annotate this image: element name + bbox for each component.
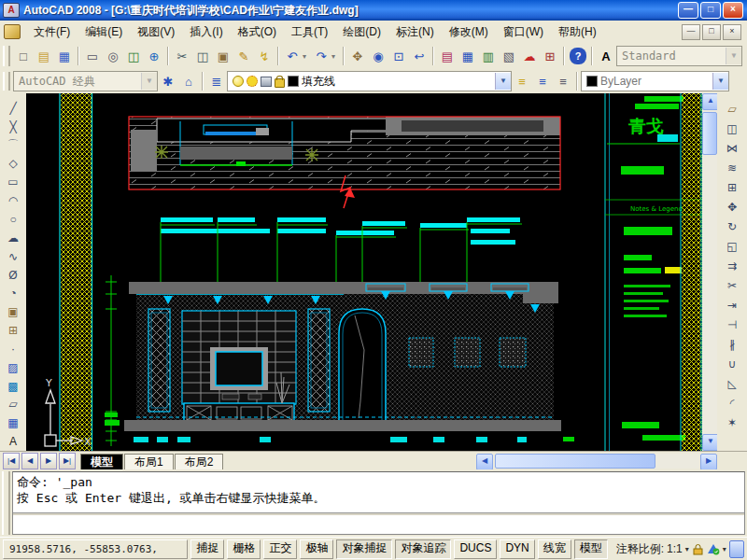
scale-icon[interactable]: ◱	[722, 236, 742, 256]
workspace-settings-icon[interactable]: ✱	[158, 71, 178, 91]
multiline-text-icon[interactable]: A	[3, 432, 23, 451]
menu-tools[interactable]: 工具(T)	[284, 21, 335, 43]
my-workspace-icon[interactable]: ⌂	[178, 71, 199, 91]
zoom-window-icon[interactable]: ⊡	[388, 46, 409, 66]
annotation-scale[interactable]: 注释比例: 1:1 ▾ ▾	[616, 541, 726, 557]
undo-icon[interactable]: ↶	[282, 46, 303, 66]
open-icon[interactable]: ▤	[34, 46, 54, 66]
toggle-lineweight[interactable]: 线宽	[538, 539, 571, 559]
menu-dimension[interactable]: 标注(N)	[388, 21, 442, 43]
vscroll-thumb[interactable]	[702, 112, 717, 155]
layer-properties-manager-icon[interactable]: ≣	[206, 71, 227, 91]
make-object-layer-current-icon[interactable]: ≡	[512, 71, 532, 91]
chevron-down-icon[interactable]: ▼	[712, 73, 728, 90]
match-properties-icon[interactable]: ✎	[233, 46, 254, 66]
designcenter-icon[interactable]: ▦	[458, 46, 478, 66]
point-icon[interactable]: ·	[3, 340, 23, 358]
tab-prev-button[interactable]: ◀	[21, 453, 38, 469]
qnew-icon[interactable]: □	[13, 46, 34, 66]
erase-icon[interactable]: ▱	[722, 99, 742, 119]
layer-previous-icon[interactable]: ≡	[532, 71, 553, 91]
text-style-icon[interactable]: A	[596, 46, 616, 66]
toggle-snap[interactable]: 捕捉	[190, 539, 224, 559]
layer-lock-icon[interactable]	[275, 78, 285, 88]
layer-states-icon[interactable]: ≡	[553, 71, 573, 91]
tab-布局1[interactable]: 布局1	[124, 454, 174, 470]
gradient-icon[interactable]: ▩	[3, 377, 23, 396]
drawing-canvas[interactable]: 青戈 Notes & Legend	[26, 93, 702, 451]
arc-icon[interactable]: ◠	[3, 191, 23, 210]
move-icon[interactable]: ✥	[722, 197, 742, 217]
copy-clip-icon[interactable]: ◫	[192, 46, 213, 66]
layer-combo[interactable]: 填充线 ▼	[227, 71, 512, 91]
command-window-grip[interactable]	[2, 471, 10, 535]
chevron-down-icon[interactable]: ▾	[685, 545, 689, 553]
mirror-icon[interactable]: ⋈	[722, 138, 742, 158]
chevron-down-icon[interactable]: ▾	[723, 545, 726, 553]
copy-icon[interactable]: ◫	[722, 119, 742, 138]
layer-on-icon[interactable]	[233, 76, 244, 87]
doc-minimize-button[interactable]: —	[682, 24, 700, 40]
table-icon[interactable]: ▦	[3, 413, 23, 432]
command-text-area[interactable]: 命令: '_pan按 Esc 或 Enter 键退出, 或单击右键显示快捷菜单。	[12, 471, 745, 535]
properties-palette-icon[interactable]: ▤	[437, 46, 458, 66]
toggle-otrack[interactable]: 对象追踪	[395, 539, 451, 559]
break-at-point-icon[interactable]: ⊣	[722, 315, 742, 334]
offset-icon[interactable]: ≋	[722, 158, 742, 177]
doc-restore-button[interactable]: □	[702, 24, 721, 40]
line-icon[interactable]: ╱	[3, 99, 23, 118]
chevron-down-icon[interactable]: ▼	[141, 73, 157, 90]
tab-next-button[interactable]: ▶	[40, 453, 57, 469]
polygon-icon[interactable]: ◇	[3, 155, 23, 174]
cut-icon[interactable]: ✂	[172, 46, 192, 66]
redo-dropdown-icon[interactable]: ▾	[331, 52, 340, 61]
toggle-ortho[interactable]: 正交	[263, 539, 297, 559]
menu-file[interactable]: 文件(F)	[26, 21, 78, 43]
color-combo[interactable]: ByLayer ▼	[581, 71, 729, 91]
rectangle-icon[interactable]: ▭	[3, 173, 23, 191]
tab-布局2[interactable]: 布局2	[175, 454, 224, 470]
tab-模型[interactable]: 模型	[80, 454, 123, 470]
scroll-right-icon[interactable]: ▶	[700, 454, 717, 470]
menu-edit[interactable]: 编辑(E)	[78, 21, 130, 43]
annotation-scale-value[interactable]: 1:1	[667, 542, 683, 555]
menu-draw[interactable]: 绘图(D)	[335, 21, 388, 43]
explode-icon[interactable]: ✶	[722, 413, 742, 432]
hscroll-thumb[interactable]	[495, 454, 655, 469]
tab-last-button[interactable]: ▶|	[59, 453, 76, 469]
paste-icon[interactable]: ▣	[213, 46, 233, 66]
construction-line-icon[interactable]: ╳	[3, 118, 23, 136]
hscroll-track[interactable]	[657, 454, 700, 469]
markup-set-manager-icon[interactable]: ☁	[519, 46, 540, 66]
trim-icon[interactable]: ✂	[722, 275, 742, 295]
restore-button[interactable]: □	[700, 2, 721, 19]
break-icon[interactable]: ∦	[722, 334, 742, 354]
toggle-polar[interactable]: 极轴	[300, 539, 333, 559]
clean-screen-button[interactable]	[729, 540, 744, 558]
help-icon[interactable]: ?	[570, 48, 586, 64]
save-icon[interactable]: ▦	[54, 46, 75, 66]
menu-insert[interactable]: 插入(I)	[182, 21, 230, 43]
revision-cloud-icon[interactable]: ☁	[3, 229, 23, 247]
polyline-icon[interactable]: ⌒	[3, 136, 23, 155]
layer-plot-icon[interactable]	[261, 77, 272, 87]
3d-dwf-icon[interactable]: ⊕	[144, 46, 164, 66]
menu-window[interactable]: 窗口(W)	[496, 21, 551, 43]
toggle-ducs[interactable]: DUCS	[454, 539, 497, 559]
menu-help[interactable]: 帮助(H)	[551, 21, 604, 43]
insert-block-icon[interactable]: ▣	[3, 302, 23, 321]
menu-view[interactable]: 视图(V)	[130, 21, 182, 43]
sheet-set-manager-icon[interactable]: ▧	[499, 46, 519, 66]
publish-icon[interactable]: ◫	[123, 46, 144, 66]
fillet-icon[interactable]: ◜	[722, 393, 742, 413]
toolbar-grip[interactable]	[3, 46, 10, 66]
annotation-lock-icon[interactable]	[692, 543, 704, 555]
array-icon[interactable]: ⊞	[722, 177, 742, 197]
layer-freeze-icon[interactable]	[247, 76, 258, 87]
text-style-combo[interactable]: Standard ▼	[616, 46, 742, 66]
annotation-visibility-icon[interactable]	[707, 543, 720, 555]
plot-preview-icon[interactable]: ◎	[103, 46, 123, 66]
coordinates-display[interactable]: 91958.5716, -55853.0763, 0.0000	[3, 539, 188, 559]
ellipse-arc-icon[interactable]: ◔	[3, 284, 23, 302]
menu-modify[interactable]: 修改(M)	[442, 21, 496, 43]
